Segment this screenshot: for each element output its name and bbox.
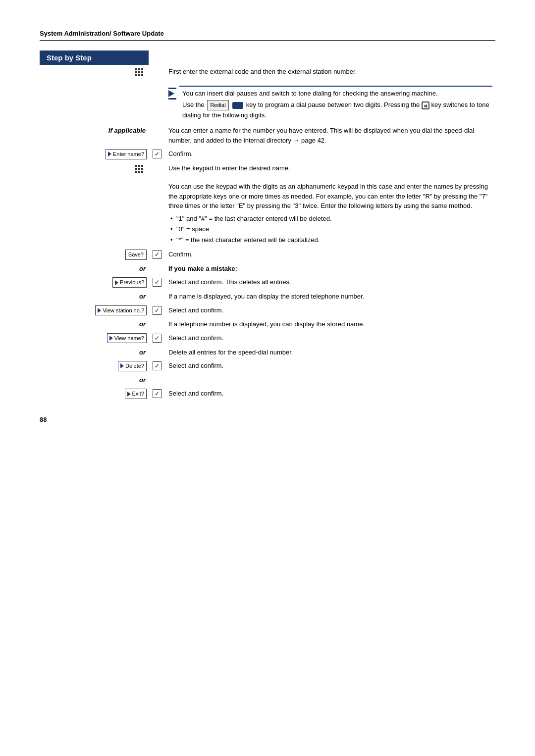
exit-arrow (127, 392, 131, 397)
alphanum-para: You can use the keypad with the digits a… (168, 182, 492, 211)
keypad-icon-1 (135, 68, 146, 82)
key-dark-bar (232, 102, 243, 109)
keypad2-text: Use the keypad to enter the desired name… (168, 164, 290, 172)
row-tip: You can insert dial pauses and switch to… (40, 84, 495, 124)
previous-text: Select and confirm. This deletes all ent… (168, 278, 291, 286)
bullet-1: "1" and "#" = the last character entered… (168, 214, 492, 224)
view-station-label: View station no.? (103, 306, 144, 315)
exit-text: Select and confirm. (168, 390, 223, 397)
or4-label: or (139, 376, 146, 384)
view-station-check: ✓ (153, 306, 161, 315)
view-name-check: ✓ (153, 334, 161, 343)
tip-line1: You can insert dial pauses and switch to… (182, 89, 489, 99)
exit-check: ✓ (153, 389, 161, 398)
row-exit: Exit? ✓ Select and confirm. (40, 387, 495, 401)
or1-text: If a name is displayed, you can display … (168, 293, 364, 300)
svg-rect-4 (138, 71, 140, 73)
delete-arrow (120, 363, 124, 368)
or-mistake-label: or (139, 265, 146, 272)
delete-check: ✓ (153, 361, 161, 370)
previous-button[interactable]: Previous? (112, 277, 147, 288)
or3-label: or (139, 349, 146, 356)
if-applicable-text: You can enter a name for the number you … (168, 127, 474, 144)
row-keypad2: Use the keypad to enter the desired name… (40, 161, 495, 180)
save-check: ✓ (153, 250, 161, 259)
svg-rect-9 (135, 165, 137, 167)
svg-rect-7 (138, 74, 140, 76)
svg-rect-13 (138, 168, 140, 170)
exit-button[interactable]: Exit? (125, 389, 147, 399)
view-name-text: Select and confirm. (168, 334, 223, 342)
bullet-3: "*" = the next character entered will be… (168, 235, 492, 245)
svg-rect-1 (138, 68, 140, 70)
row-alphanum: You can use the keypad with the digits a… (40, 180, 495, 248)
delete-button[interactable]: Delete? (118, 361, 147, 371)
svg-rect-8 (141, 74, 143, 76)
view-station-button[interactable]: View station no.? (95, 305, 147, 316)
delete-label: Delete? (125, 362, 144, 370)
row-external-code: First enter the external code and then t… (40, 65, 495, 84)
save-button[interactable]: Save? (125, 250, 147, 260)
if-you-mistake-text: If you make a mistake: (168, 265, 237, 272)
enter-name-button[interactable]: Enter name? (106, 149, 147, 159)
if-applicable-label: If applicable (108, 127, 146, 134)
row-or1: or If a name is displayed, you can displ… (40, 290, 495, 303)
row-enter-name: Enter name? ✓ Confirm. (40, 147, 495, 161)
bullet-2: "0" = space (168, 224, 492, 234)
exit-label: Exit? (132, 390, 144, 398)
delete-text: Select and confirm. (168, 362, 223, 369)
svg-rect-3 (135, 71, 137, 73)
svg-rect-2 (141, 68, 143, 70)
svg-rect-6 (135, 74, 137, 76)
row-view-name: View name? ✓ Select and confirm. (40, 331, 495, 346)
or3-text: Delete all entries for the speed-dial nu… (168, 349, 293, 356)
step-by-step-header: Step by Step (40, 50, 149, 65)
enter-name-arrow (108, 151, 111, 156)
main-content-table: First enter the external code and then t… (40, 65, 495, 401)
previous-arrow (115, 280, 118, 285)
svg-rect-14 (141, 168, 143, 170)
alphanum-bullets: "1" and "#" = the last character entered… (168, 214, 492, 245)
svg-rect-15 (135, 171, 137, 173)
tip-table: You can insert dial pauses and switch to… (165, 86, 492, 122)
row-previous: Previous? ✓ Select and confirm. This del… (40, 275, 495, 290)
save-confirm: Confirm. (168, 251, 193, 258)
previous-check: ✓ (153, 278, 161, 287)
or2-text: If a telephone number is displayed, you … (168, 320, 365, 328)
svg-rect-0 (135, 68, 137, 70)
previous-label: Previous? (120, 278, 144, 287)
page-header: System Administration/ Software Update (40, 30, 495, 41)
tip-arrow-cell (165, 86, 179, 122)
enter-name-check: ✓ (153, 150, 161, 158)
row-save: Save? ✓ Confirm. (40, 248, 495, 262)
svg-rect-10 (138, 165, 140, 167)
view-name-button[interactable]: View name? (107, 333, 147, 344)
redial-key: Redial (207, 100, 228, 110)
row-or2: or If a telephone number is displayed, y… (40, 317, 495, 331)
row-or3: or Delete all entries for the speed-dial… (40, 346, 495, 359)
svg-rect-11 (141, 165, 143, 167)
enter-name-confirm: Confirm. (168, 150, 193, 157)
or2-label: or (139, 320, 146, 328)
row-or4: or (40, 373, 495, 387)
row-if-applicable: If applicable You can enter a name for t… (40, 124, 495, 147)
svg-rect-5 (141, 71, 143, 73)
enter-name-label: Enter name? (113, 150, 144, 158)
or1-label: or (139, 293, 146, 300)
page-header-title: System Administration/ Software Update (40, 30, 164, 37)
tip-content: You can insert dial pauses and switch to… (179, 86, 492, 122)
row-view-station: View station no.? ✓ Select and confirm. (40, 303, 495, 318)
view-name-arrow (109, 336, 113, 341)
view-station-arrow (98, 308, 101, 313)
page-number: 88 (40, 416, 495, 423)
tip-line2: Use the Redial key to program a dial pau… (182, 100, 489, 120)
external-code-text: First enter the external code and then t… (168, 68, 357, 75)
hash-key-icon: ⌗ (422, 101, 429, 109)
row-delete: Delete? ✓ Select and confirm. (40, 359, 495, 373)
keypad-icon-2 (135, 164, 146, 178)
svg-rect-16 (138, 171, 140, 173)
row-or-mistake: or If you make a mistake: (40, 262, 495, 276)
view-station-text: Select and confirm. (168, 306, 223, 314)
svg-rect-17 (141, 171, 143, 173)
view-name-label: View name? (114, 334, 144, 343)
